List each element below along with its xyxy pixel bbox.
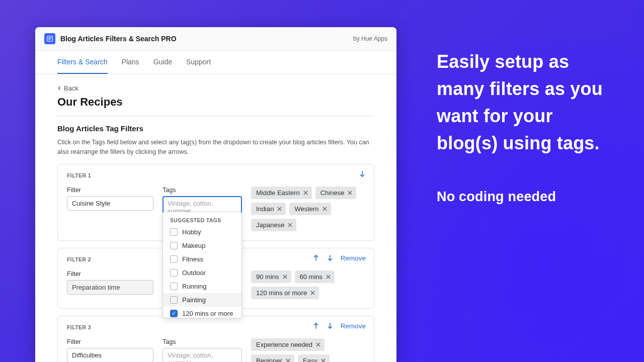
close-icon[interactable] <box>303 191 308 195</box>
dropdown-item-label: Fitness <box>182 255 203 263</box>
tag-chip-label: Japanese <box>256 221 284 229</box>
tag-chip-label: Middle Eastern <box>256 189 300 197</box>
filter-name-input: Preparation time <box>67 280 153 295</box>
filter-row: FilterDifficultiesTagsVintage, cotton, s… <box>67 338 365 363</box>
tags-dropdown: SUGGESTED TAGSHobbyMakeupFitnessOutdoorR… <box>163 212 242 318</box>
move-up-button[interactable] <box>312 254 319 261</box>
dropdown-item-label: Outdoor <box>182 269 206 277</box>
dropdown-item[interactable]: Makeup <box>163 239 242 252</box>
tag-chip: Indian <box>251 203 286 215</box>
tab-plans[interactable]: Plans <box>122 51 139 74</box>
dropdown-item-label: Painting <box>182 296 206 304</box>
tag-chip: Experience needed <box>251 338 325 351</box>
tag-chip: 120 mins or more <box>251 287 319 299</box>
close-icon[interactable] <box>348 191 352 195</box>
tag-chip-label: Chinese <box>320 189 345 197</box>
dropdown-item-label: Running <box>182 283 206 290</box>
marketing-copy: Easily setup as many filters as you want… <box>437 48 618 205</box>
chevron-left-icon <box>57 86 62 90</box>
dropdown-item[interactable]: Hobby <box>163 225 242 239</box>
dropdown-item-label: Makeup <box>182 242 205 249</box>
topbar: Blog Articles Filters & Search PRO by Hu… <box>35 27 396 51</box>
filter-name-input[interactable]: Cuisine Style <box>67 196 153 211</box>
tag-chip: Western <box>289 203 331 215</box>
filter-card: FILTER 1FilterCuisine StyleTagsVintage, … <box>57 164 374 241</box>
tags-input[interactable]: Vintage, cotton, summer <box>163 348 242 363</box>
dropdown-item[interactable]: Outdoor <box>163 266 242 280</box>
close-icon[interactable] <box>323 207 327 211</box>
tag-chip-label: Easy <box>303 357 317 363</box>
checkbox-icon <box>170 296 178 304</box>
tag-chip: Japanese <box>251 219 296 231</box>
dropdown-item[interactable]: 120 mins or more <box>163 307 242 318</box>
section-title: Blog Articles Tag Filters <box>57 124 374 133</box>
tag-chip-label: Indian <box>256 205 274 213</box>
move-down-button[interactable] <box>327 322 334 329</box>
tag-chip-label: 120 mins or more <box>256 289 307 297</box>
tabs: Filters & SearchPlansGuideSupport <box>35 51 396 74</box>
suggested-tags-header: SUGGESTED TAGS <box>163 214 242 225</box>
dropdown-item[interactable]: Fitness <box>163 252 242 266</box>
remove-link[interactable]: Remove <box>341 254 366 262</box>
tag-chip: 60 mins <box>295 270 335 283</box>
dropdown-item-label: Hobby <box>182 228 201 236</box>
tag-chip: Middle Eastern <box>251 187 312 199</box>
page-title: Our Recipes <box>57 96 374 109</box>
filter-field-label: Filter <box>67 270 153 278</box>
tag-chips: 90 mins60 mins120 mins or more <box>251 270 365 299</box>
by-author: by Hue Apps <box>353 35 387 42</box>
checkbox-icon <box>170 255 178 263</box>
move-down-button[interactable] <box>327 254 334 261</box>
tag-chip-label: Western <box>294 205 318 213</box>
tag-chips: Middle EasternChineseIndianWesternJapane… <box>251 187 365 231</box>
app-title: Blog Articles Filters & Search PRO <box>60 35 177 43</box>
divider <box>57 116 374 116</box>
card-actions: Remove <box>312 322 366 330</box>
tag-chip-label: 60 mins <box>300 273 323 281</box>
close-icon[interactable] <box>326 275 331 279</box>
checkbox-icon <box>170 283 178 290</box>
filter-field-label: Filter <box>67 338 153 345</box>
back-label: Back <box>64 84 78 92</box>
close-icon[interactable] <box>310 291 315 295</box>
close-icon[interactable] <box>286 358 290 363</box>
dropdown-item[interactable]: Painting <box>163 293 242 307</box>
tab-guide[interactable]: Guide <box>153 51 172 74</box>
checkbox-icon <box>170 310 178 317</box>
card-actions <box>359 170 366 177</box>
dropdown-item-label: 120 mins or more <box>182 310 233 317</box>
close-icon[interactable] <box>283 275 287 279</box>
close-icon[interactable] <box>277 207 282 211</box>
tags-field-label: Tags <box>163 187 242 194</box>
tab-support[interactable]: Support <box>186 51 211 74</box>
move-down-button[interactable] <box>359 170 366 177</box>
marketing-subline: No coding needed <box>437 189 618 205</box>
section-description: Click on the Tags field below and select… <box>57 138 374 157</box>
tag-chip-label: Experience needed <box>256 341 312 348</box>
tag-chip: Beginner <box>251 354 294 363</box>
tag-chip: 90 mins <box>251 270 291 283</box>
close-icon[interactable] <box>321 358 326 363</box>
close-icon[interactable] <box>316 342 320 347</box>
filter-card: FILTER 3RemoveFilterDifficultiesTagsVint… <box>57 316 374 363</box>
tab-filters-search[interactable]: Filters & Search <box>57 51 108 74</box>
checkbox-icon <box>170 242 178 249</box>
back-link[interactable]: Back <box>57 84 78 92</box>
tag-chip: Chinese <box>315 187 357 199</box>
move-up-button[interactable] <box>312 322 319 329</box>
card-actions: Remove <box>312 254 366 262</box>
filter-field-label: Filter <box>67 187 153 194</box>
tag-chip-label: Beginner <box>256 357 282 363</box>
tag-chip: Easy <box>298 354 330 363</box>
content: Back Our Recipes Blog Articles Tag Filte… <box>35 74 396 362</box>
tag-chips: Experience neededBeginnerEasy <box>251 338 365 363</box>
filter-row: FilterCuisine StyleTagsVintage, cotton, … <box>67 187 365 231</box>
checkbox-icon <box>170 228 178 236</box>
dropdown-item[interactable]: Running <box>163 280 242 293</box>
remove-link[interactable]: Remove <box>341 322 366 330</box>
app-panel: Blog Articles Filters & Search PRO by Hu… <box>35 27 396 362</box>
app-icon <box>44 33 55 44</box>
tag-chip-label: 90 mins <box>256 273 279 281</box>
filter-name-input[interactable]: Difficulties <box>67 348 153 363</box>
close-icon[interactable] <box>288 223 292 227</box>
